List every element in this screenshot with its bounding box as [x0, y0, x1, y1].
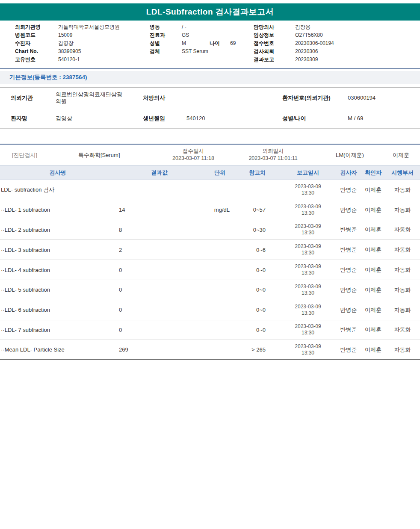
field-label: 접수번호 — [254, 39, 295, 47]
test-group: 특수화학[Serum] — [78, 151, 120, 159]
field-value: / - — [182, 23, 254, 31]
basic-info-title: 기본정보(등록번호 : 2387564) — [9, 74, 87, 81]
field-value: 20230306-00194 — [295, 39, 416, 47]
report-page: LDL-Subfraction 검사결과보고서 의뢰기관명 가톨릭대학교서울성모… — [0, 0, 420, 529]
report-datetime-cell: 2023-03-0913:30 — [267, 223, 336, 236]
field-value: 김장용 — [295, 23, 416, 31]
field-value: 69 — [230, 39, 236, 47]
test-name-cell: ··LDL- 5 subfraction — [0, 287, 115, 293]
request-label: 의뢰일시 — [238, 148, 308, 155]
table-row: 환자명 김영창 생년월일 540120 성별/나이 M / 69 — [0, 108, 420, 129]
report-datetime-cell: 2023-03-0913:30 — [267, 284, 336, 296]
test-name-cell: LDL- subfraction 검사 — [0, 186, 115, 194]
department-cell: 자동화 — [385, 186, 420, 194]
unit-cell: mg/dL — [169, 207, 231, 213]
test-name-cell: ··LDL- 7 subfraction — [0, 327, 115, 333]
department-cell: 자동화 — [385, 266, 420, 274]
receipt-label: 접수일시 — [159, 148, 228, 155]
checker-cell: 이제훈 — [361, 186, 385, 194]
column-header: 검사자 — [336, 169, 361, 177]
reference-cell: 0~0 — [231, 307, 267, 313]
column-header: 결과값 — [115, 169, 169, 177]
test-category: [진단검사] — [12, 151, 37, 159]
reference-cell: 0~6 — [231, 247, 267, 253]
department-cell: 자동화 — [385, 226, 420, 233]
report-datetime-cell: 2023-03-0913:30 — [267, 304, 336, 316]
field-label: 임상정보 — [254, 31, 295, 39]
result-value-cell: 2 — [115, 247, 169, 253]
receipt-value: 2023-03-07 11:18 — [159, 155, 228, 162]
checker-cell: 이제훈 — [361, 246, 385, 254]
checker-cell: 이제훈 — [361, 266, 385, 274]
result-value-cell: 14 — [115, 207, 169, 213]
confirmer-name: 이제훈 — [393, 151, 409, 159]
tester-cell: 반병준 — [336, 226, 361, 233]
reference-cell: 0~0 — [231, 327, 267, 333]
basic-info-table: 의뢰기관 의료법인삼광의료재단삼광의원 처방의사 환자번호(의뢰기관) 0306… — [0, 87, 420, 129]
receipt-datetime: 접수일시 2023-03-07 11:18 — [159, 148, 228, 162]
tester-cell: 반병준 — [336, 306, 361, 314]
checker-cell: 이제훈 — [361, 346, 385, 354]
tester-cell: 반병준 — [336, 286, 361, 294]
result-row: ··LDL- 5 subfraction 0 0~0 2023-03-0913:… — [0, 280, 420, 300]
results-section: [진단검사] 특수화학[Serum] 접수일시 2023-03-07 11:18… — [0, 144, 420, 360]
field-label: 진료과 — [150, 31, 182, 39]
field-value: 가톨릭대학교서울성모병원 — [58, 23, 148, 31]
basic-info-bar: 기본정보(등록번호 : 2387564) — [0, 71, 420, 84]
test-name-cell: ··Mean LDL- Particle Size — [0, 346, 115, 353]
result-row: ··LDL- 2 subfraction 8 0~30 2023-03-0913… — [0, 220, 420, 240]
field-label: 나이 — [210, 39, 230, 47]
column-header: 단위 — [169, 169, 231, 177]
department-cell: 자동화 — [385, 246, 420, 254]
report-datetime-cell: 2023-03-0913:30 — [267, 243, 336, 256]
report-datetime-cell: 2023-03-0913:30 — [267, 183, 336, 196]
tester-cell: 반병준 — [336, 186, 361, 194]
cell-label: 의뢰기관 — [0, 94, 51, 102]
column-header: 확인자 — [361, 169, 385, 177]
tester-cell: 반병준 — [336, 266, 361, 274]
department-cell: 자동화 — [385, 326, 420, 334]
field-label: 검사의뢰 — [254, 47, 295, 56]
field-label: 병동 — [150, 23, 182, 31]
cell-value: 540120 — [184, 115, 280, 121]
cell-value: 의료법인삼광의료재단삼광의원 — [51, 91, 127, 105]
field-label: 담당의사 — [254, 23, 295, 31]
report-datetime-cell: 2023-03-0913:30 — [267, 204, 336, 216]
tester-cell: 반병준 — [336, 326, 361, 334]
test-name-cell: ··LDL- 1 subfraction — [0, 207, 115, 213]
checker-cell: 이제훈 — [361, 306, 385, 314]
cell-value: 030600194 — [346, 95, 420, 101]
field-value: GS — [182, 31, 254, 39]
cell-label: 처방의사 — [141, 94, 184, 102]
result-value-cell: 0 — [115, 287, 169, 293]
result-value-cell: 0 — [115, 327, 169, 333]
result-row: ··LDL- 1 subfraction 14 mg/dL 0~57 2023-… — [0, 200, 420, 220]
tester-cell: 반병준 — [336, 206, 361, 214]
report-datetime-cell: 2023-03-0913:30 — [267, 263, 336, 276]
department-cell: 자동화 — [385, 286, 420, 294]
field-value: 김영창 — [58, 39, 148, 47]
test-name-cell: ··LDL- 2 subfraction — [0, 227, 115, 233]
result-value-cell: 0 — [115, 307, 169, 313]
result-row: LDL- subfraction 검사 2023-03-0913:30 반병준 … — [0, 180, 420, 200]
field-label: 결과보고 — [254, 56, 295, 64]
column-header: 시행부서 — [385, 169, 420, 177]
patient-header-col2: 병동 / - 진료과 GS 성별 M 나이 69 검체 SST Serum — [150, 23, 254, 56]
cell-value: 김영창 — [51, 115, 141, 122]
field-label: 수진자 — [15, 39, 58, 47]
field-label: Chart No. — [15, 47, 58, 56]
field-label: 고유번호 — [15, 56, 58, 64]
column-header: 보고일시 — [267, 169, 336, 177]
department-cell: 자동화 — [385, 206, 420, 214]
field-label: 성별 — [150, 39, 182, 47]
cell-value: M / 69 — [346, 115, 420, 121]
field-value: 540120-1 — [58, 56, 148, 64]
result-row: ··LDL- 7 subfraction 0 0~0 2023-03-0913:… — [0, 320, 420, 340]
column-header: 참고치 — [231, 169, 267, 177]
cell-label: 생년월일 — [141, 115, 184, 122]
result-value-cell: 8 — [115, 227, 169, 233]
lm-reviewer: LM(이제훈) — [336, 151, 364, 159]
result-row: ··LDL- 6 subfraction 0 0~0 2023-03-0913:… — [0, 300, 420, 320]
request-datetime: 의뢰일시 2023-03-07 11:01:11 — [238, 148, 308, 162]
test-name-cell: ··LDL- 3 subfraction — [0, 247, 115, 253]
